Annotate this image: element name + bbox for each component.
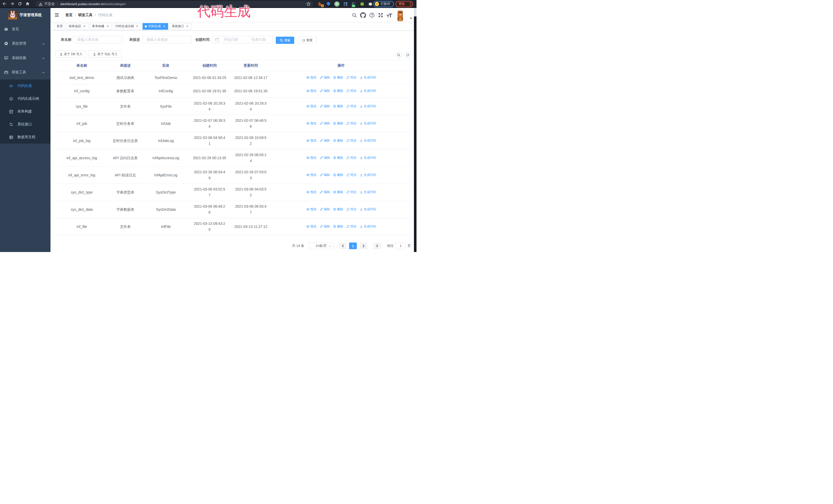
row-action-删除[interactable]: 删除 — [333, 88, 343, 94]
tab-首页[interactable]: 首页 — [54, 23, 65, 30]
row-action-编辑[interactable]: 编辑 — [319, 75, 330, 80]
extension-orange-icon[interactable]: 1 — [318, 2, 323, 6]
extension-on-badge-icon[interactable]: on — [351, 2, 356, 6]
breadcrumb-item-研发工具[interactable]: 研发工具 — [78, 13, 93, 18]
row-action-同步[interactable]: 同步 — [346, 207, 357, 212]
sidebar-subitem-数据库文档[interactable]: 数据库文档 — [0, 131, 50, 144]
tab-代码生成示例[interactable]: 代码生成示例✕ — [113, 23, 141, 30]
browser-menu-icon[interactable] — [410, 2, 411, 6]
scrollbar-thumb[interactable] — [414, 8, 417, 17]
next-page-button[interactable] — [374, 242, 381, 249]
row-action-删除[interactable]: 删除 — [333, 120, 343, 126]
tab-链路追踪[interactable]: 链路追踪✕ — [66, 23, 89, 30]
avatar-caret-down-icon[interactable] — [410, 18, 412, 19]
row-action-同步[interactable]: 同步 — [346, 75, 357, 80]
sidebar-subitem-表单构建[interactable]: 表单构建 — [0, 105, 50, 118]
extension-frog-icon[interactable] — [360, 2, 364, 6]
row-action-预览[interactable]: 预览 — [306, 189, 316, 195]
refresh-table-button[interactable] — [404, 52, 411, 58]
search-button[interactable]: 搜索 — [276, 37, 294, 44]
row-action-生成代码[interactable]: 生成代码 — [360, 75, 376, 80]
row-action-删除[interactable]: 删除 — [333, 189, 343, 195]
page-number-2[interactable]: 2 — [360, 242, 367, 249]
help-icon[interactable] — [367, 13, 376, 18]
sidebar-subitem-系统接口[interactable]: 系统接口 — [0, 118, 50, 131]
browser-update-button[interactable]: 更新 — [396, 1, 413, 7]
page-size-select[interactable]: 10条/页 — [308, 242, 334, 249]
row-action-生成代码[interactable]: 生成代码 — [360, 138, 376, 144]
profile-paused-chip[interactable]: 已暂停 — [373, 1, 394, 7]
sidebar-subitem-代码生成示例[interactable]: 代码生成示例 — [0, 92, 50, 105]
row-action-删除[interactable]: 删除 — [333, 172, 343, 178]
browser-back-icon[interactable] — [2, 2, 7, 6]
row-action-编辑[interactable]: 编辑 — [319, 120, 330, 126]
extension-puzzle-icon[interactable] — [368, 2, 373, 6]
sidebar-subitem-代码生成[interactable]: 代码生成 — [0, 79, 50, 92]
row-action-同步[interactable]: 同步 — [346, 120, 357, 126]
user-avatar[interactable] — [398, 8, 403, 22]
font-size-icon[interactable] — [385, 13, 394, 18]
browser-forward-icon[interactable] — [10, 2, 14, 6]
table-name-input[interactable]: 请输入表名称 — [73, 36, 122, 43]
fullscreen-icon[interactable] — [376, 13, 385, 18]
row-action-同步[interactable]: 同步 — [346, 172, 357, 178]
extension-gem-icon[interactable] — [326, 2, 331, 6]
row-action-编辑[interactable]: 编辑 — [319, 189, 330, 195]
row-action-删除[interactable]: 删除 — [333, 103, 343, 109]
not-secure-warning-icon[interactable] — [39, 2, 43, 6]
bookmark-star-icon[interactable] — [306, 2, 311, 6]
row-action-删除[interactable]: 删除 — [333, 138, 343, 144]
header-search-icon[interactable] — [350, 13, 359, 18]
row-action-同步[interactable]: 同步 — [346, 88, 357, 94]
row-action-预览[interactable]: 预览 — [306, 138, 316, 144]
browser-home-icon[interactable] — [25, 2, 30, 6]
row-action-同步[interactable]: 同步 — [346, 138, 357, 144]
extension-green-circle-icon[interactable] — [334, 1, 340, 7]
row-action-删除[interactable]: 删除 — [333, 207, 343, 212]
row-action-生成代码[interactable]: 生成代码 — [360, 223, 376, 230]
row-action-编辑[interactable]: 编辑 — [319, 223, 330, 230]
prev-page-button[interactable] — [339, 242, 346, 249]
browser-reload-icon[interactable] — [18, 2, 22, 6]
toggle-search-button[interactable] — [396, 52, 402, 58]
row-action-生成代码[interactable]: 生成代码 — [360, 120, 376, 126]
row-action-编辑[interactable]: 编辑 — [319, 155, 330, 161]
row-action-同步[interactable]: 同步 — [346, 223, 357, 230]
import-db-button[interactable]: 基于 DB 导入 — [56, 50, 86, 58]
sidebar-toggle-hamburger-icon[interactable] — [54, 13, 59, 18]
row-action-编辑[interactable]: 编辑 — [319, 138, 330, 144]
row-action-预览[interactable]: 预览 — [306, 75, 316, 80]
row-action-编辑[interactable]: 编辑 — [319, 88, 330, 94]
extension-grid-icon[interactable] — [343, 2, 348, 6]
goto-page-input[interactable]: 1 — [396, 242, 406, 249]
row-action-预览[interactable]: 预览 — [306, 207, 316, 212]
row-action-预览[interactable]: 预览 — [306, 103, 316, 109]
tab-表单构建[interactable]: 表单构建✕ — [90, 23, 112, 30]
github-icon[interactable] — [359, 12, 367, 18]
row-action-生成代码[interactable]: 生成代码 — [360, 103, 376, 109]
row-action-生成代码[interactable]: 生成代码 — [360, 155, 376, 161]
create-time-range-picker[interactable]: 开始日期 - 结束日期 — [212, 36, 273, 43]
tab-系统接口[interactable]: 系统接口✕ — [169, 23, 191, 30]
row-action-同步[interactable]: 同步 — [346, 103, 357, 109]
row-action-删除[interactable]: 删除 — [333, 75, 343, 80]
row-action-删除[interactable]: 删除 — [333, 223, 343, 230]
tab-close-icon[interactable]: ✕ — [162, 25, 166, 28]
sidebar-item-基础设施[interactable]: 基础设施 — [0, 51, 50, 65]
import-sql-button[interactable]: 基于 SQL 导入 — [89, 50, 122, 58]
table-desc-input[interactable]: 请输入表描述 — [142, 36, 192, 43]
page-scrollbar[interactable] — [414, 8, 417, 252]
row-action-预览[interactable]: 预览 — [306, 223, 316, 230]
row-action-生成代码[interactable]: 生成代码 — [360, 207, 376, 212]
tab-代码生成[interactable]: 代码生成✕ — [143, 23, 168, 30]
row-action-预览[interactable]: 预览 — [306, 120, 316, 126]
app-logo[interactable]: 芋道管理系统 — [0, 8, 50, 22]
row-action-预览[interactable]: 预览 — [306, 155, 316, 161]
row-action-编辑[interactable]: 编辑 — [319, 172, 330, 178]
tab-close-icon[interactable]: ✕ — [82, 25, 86, 28]
row-action-同步[interactable]: 同步 — [346, 155, 357, 161]
sidebar-item-系统管理[interactable]: 系统管理 — [0, 37, 50, 51]
tab-close-icon[interactable]: ✕ — [135, 25, 139, 28]
tab-close-icon[interactable]: ✕ — [106, 25, 110, 28]
breadcrumb-item-首页[interactable]: 首页 — [65, 13, 73, 18]
